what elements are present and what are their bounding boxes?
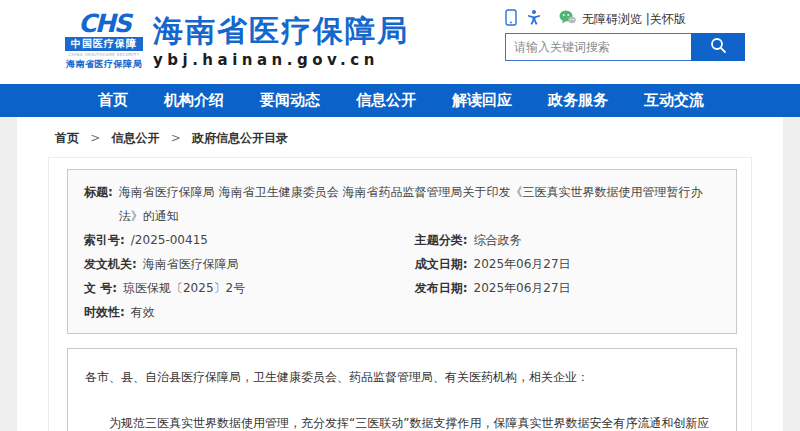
meta-category-label: 主题分类: bbox=[415, 228, 468, 252]
site-title: 海南省医疗保障局 bbox=[153, 13, 409, 49]
wechat-icon[interactable] bbox=[559, 10, 576, 29]
meta-index-value: /2025-00415 bbox=[131, 228, 208, 252]
document-meta-panel: 标题: 海南省医疗保障局 海南省卫生健康委员会 海南省药品监督管理局关于印发《三… bbox=[67, 169, 737, 334]
site-url: ybj.hainan.gov.cn bbox=[153, 49, 409, 71]
meta-written-date-label: 成文日期: bbox=[415, 252, 468, 276]
meta-validity-label: 时效性: bbox=[84, 300, 125, 324]
breadcrumb-current: 政府信息公开目录 bbox=[192, 131, 288, 145]
search-bar bbox=[505, 33, 745, 61]
main-nav: 首页 机构介绍 要闻动态 信息公开 解读回应 政务服务 互动交流 bbox=[0, 84, 800, 117]
meta-publish-date-value: 2025年06月27日 bbox=[474, 276, 571, 300]
meta-publish-date-label: 发布日期: bbox=[415, 276, 468, 300]
mobile-phone-icon[interactable] bbox=[505, 9, 517, 30]
meta-doc-number-label: 文 号: bbox=[84, 276, 117, 300]
accessibility-mode-link[interactable]: 无障碍浏览 |关怀版 bbox=[582, 11, 686, 28]
chs-logo-acronym: CHS bbox=[65, 11, 143, 37]
site-header: CHS 中国医疗保障 CHINA HEALTHCARE SECURITY 海南省… bbox=[0, 0, 800, 84]
breadcrumb-home[interactable]: 首页 bbox=[55, 131, 79, 145]
document-title: 海南省医疗保障局 海南省卫生健康委员会 海南省药品监督管理局关于印发《三医真实世… bbox=[119, 180, 720, 228]
meta-doc-number-value: 琼医保规〔2025〕2号 bbox=[123, 276, 245, 300]
nav-item-services[interactable]: 政务服务 bbox=[548, 91, 608, 110]
search-input[interactable] bbox=[505, 33, 691, 61]
document-container: 标题: 海南省医疗保障局 海南省卫生健康委员会 海南省药品监督管理局关于印发《三… bbox=[48, 157, 752, 431]
quick-links-row: 无障碍浏览 |关怀版 bbox=[505, 9, 745, 29]
article-salutation: 各市、县、自治县医疗保障局，卫生健康委员会、药品监督管理局、有关医药机构，相关企… bbox=[85, 361, 719, 393]
page-background: 首页 > 信息公开 > 政府信息公开目录 标题: 海南省医疗保障局 海南省卫生健… bbox=[0, 117, 800, 431]
meta-row: 索引号: /2025-00415 主题分类: 综合政务 bbox=[84, 228, 720, 252]
chs-logo: CHS 中国医疗保障 CHINA HEALTHCARE SECURITY 海南省… bbox=[65, 11, 143, 70]
nav-item-interpretation[interactable]: 解读回应 bbox=[452, 91, 512, 110]
meta-issuing-org-value: 海南省医疗保障局 bbox=[143, 252, 239, 276]
meta-title-label: 标题: bbox=[84, 180, 113, 228]
breadcrumb-separator: > bbox=[90, 131, 100, 145]
meta-row: 发文机关: 海南省医疗保障局 成文日期: 2025年06月27日 bbox=[84, 252, 720, 276]
meta-row: 时效性: 有效 bbox=[84, 300, 720, 324]
document-body-panel: 各市、县、自治县医疗保障局，卫生健康委员会、药品监督管理局、有关医药机构，相关企… bbox=[67, 348, 737, 431]
search-button[interactable] bbox=[691, 33, 745, 61]
search-icon bbox=[710, 37, 727, 57]
breadcrumb-info-disclosure[interactable]: 信息公开 bbox=[111, 131, 159, 145]
meta-row: 文 号: 琼医保规〔2025〕2号 发布日期: 2025年06月27日 bbox=[84, 276, 720, 300]
meta-index-label: 索引号: bbox=[84, 228, 125, 252]
nav-item-about[interactable]: 机构介绍 bbox=[164, 91, 224, 110]
breadcrumb-separator: > bbox=[171, 131, 181, 145]
meta-category-value: 综合政务 bbox=[474, 228, 522, 252]
nav-item-news[interactable]: 要闻动态 bbox=[260, 91, 320, 110]
chs-logo-bureau-label: 海南省医疗保障局 bbox=[65, 58, 143, 70]
nav-item-home[interactable]: 首页 bbox=[98, 91, 128, 110]
accessibility-figure-icon[interactable] bbox=[526, 9, 542, 29]
meta-written-date-value: 2025年06月27日 bbox=[474, 252, 571, 276]
meta-validity-value: 有效 bbox=[131, 300, 155, 324]
chs-logo-cn-label: 中国医疗保障 bbox=[65, 37, 143, 51]
article-paragraph: 为规范三医真实世界数据使用管理，充分发挥“三医联动”数据支撑作用，保障真实世界数… bbox=[85, 407, 719, 431]
meta-issuing-org-label: 发文机关: bbox=[84, 252, 137, 276]
nav-item-interaction[interactable]: 互动交流 bbox=[644, 91, 704, 110]
meta-row-title: 标题: 海南省医疗保障局 海南省卫生健康委员会 海南省药品监督管理局关于印发《三… bbox=[84, 180, 720, 228]
breadcrumb: 首页 > 信息公开 > 政府信息公开目录 bbox=[17, 117, 783, 157]
nav-item-info-disclosure[interactable]: 信息公开 bbox=[356, 91, 416, 110]
site-logo[interactable]: CHS 中国医疗保障 CHINA HEALTHCARE SECURITY 海南省… bbox=[65, 11, 409, 71]
